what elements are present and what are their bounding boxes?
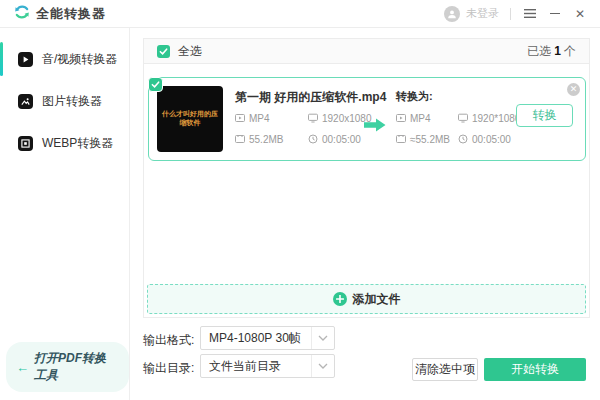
minimize-button[interactable] [547, 6, 563, 22]
main-area: 全选 已选1个 什么才叫好用的压缩软件 第一期 好用的压缩软件.mp4 MP4 [130, 28, 600, 400]
output-dir-label: 输出目录: [143, 360, 194, 377]
convert-button[interactable]: 转换 [516, 104, 573, 127]
select-all-label: 全选 [178, 43, 202, 60]
target-format: MP4 [396, 111, 458, 125]
format-icon [396, 113, 406, 123]
format-icon [235, 113, 245, 123]
sidebar-item-audio-video-converter[interactable]: 音/视频转换器 [0, 38, 129, 80]
titlebar-divider [510, 8, 511, 20]
open-pdf-tool-label: 打开PDF转换工具 [34, 350, 115, 384]
login-status: 未登录 [466, 6, 499, 21]
hamburger-icon [524, 9, 536, 18]
open-pdf-tool-button[interactable]: ← 打开PDF转换工具 [6, 342, 129, 392]
source-format: MP4 [235, 111, 308, 125]
source-resolution: 1920x1080 [308, 111, 372, 125]
webp-converter-icon [18, 136, 33, 151]
target-size: ≈55.2MB [396, 132, 458, 146]
sidebar: 音/视频转换器 图片转换器 WEBP转换器 [0, 28, 130, 400]
arrow-left-icon: ← [16, 360, 29, 375]
video-converter-icon [18, 52, 33, 67]
menu-button[interactable] [522, 6, 538, 22]
resolution-icon [308, 113, 318, 123]
output-dir-value: 文件当前目录 [201, 358, 311, 375]
file-name: 第一期 好用的压缩软件.mp4 [235, 89, 386, 106]
file-list-panel: 全选 已选1个 什么才叫好用的压缩软件 第一期 好用的压缩软件.mp4 MP4 [143, 38, 590, 318]
close-button[interactable]: ✕ [572, 6, 588, 22]
app-logo-icon [14, 4, 30, 24]
start-convert-button[interactable]: 开始转换 [484, 358, 586, 381]
app-title: 全能转换器 [36, 5, 106, 23]
brand: 全能转换器 [0, 4, 106, 24]
chevron-down-icon [311, 327, 334, 349]
close-icon: ✕ [575, 7, 585, 21]
source-duration: 00:05:00 [308, 132, 372, 146]
source-size: 55.2MB [235, 132, 308, 146]
source-details: MP4 55.2MB 1920x1080 00:05:00 [235, 111, 372, 146]
file-card: 什么才叫好用的压缩软件 第一期 好用的压缩软件.mp4 MP4 55.2MB 1… [148, 77, 586, 161]
app-window: 全能转换器 未登录 ✕ [0, 0, 600, 400]
target-duration: 00:05:00 [458, 132, 520, 146]
target-details: MP4 ≈55.2MB 1920*1080 00:05:00 [396, 111, 520, 146]
sidebar-item-label: 音/视频转换器 [42, 51, 117, 68]
size-icon [235, 134, 245, 144]
minimize-icon [550, 13, 560, 15]
convert-arrow-icon [364, 118, 386, 136]
file-checkbox[interactable] [148, 77, 163, 92]
size-icon [396, 134, 406, 144]
duration-icon [308, 134, 318, 144]
avatar-icon [444, 6, 460, 22]
sidebar-item-label: 图片转换器 [42, 93, 102, 110]
remove-file-button[interactable]: ✕ [567, 83, 580, 96]
list-header: 全选 已选1个 [144, 39, 589, 64]
output-dir-select[interactable]: 文件当前目录 [200, 354, 335, 378]
convert-to-label: 转换为: [396, 89, 433, 104]
titlebar: 全能转换器 未登录 ✕ [0, 0, 600, 28]
output-format-value: MP4-1080P 30帧 [201, 330, 311, 347]
plus-icon [333, 292, 347, 306]
selected-count: 已选1个 [527, 43, 576, 60]
output-format-label: 输出格式: [143, 332, 194, 349]
file-thumbnail: 什么才叫好用的压缩软件 [157, 86, 223, 152]
sidebar-item-label: WEBP转换器 [42, 135, 113, 152]
user-login-area[interactable]: 未登录 [444, 6, 499, 22]
chevron-down-icon [311, 355, 334, 377]
resolution-icon [458, 113, 468, 123]
sidebar-item-image-converter[interactable]: 图片转换器 [0, 80, 129, 122]
add-files-label: 添加文件 [353, 291, 401, 308]
duration-icon [458, 134, 468, 144]
thumbnail-text: 什么才叫好用的压缩软件 [157, 110, 223, 128]
sidebar-item-webp-converter[interactable]: WEBP转换器 [0, 122, 129, 164]
select-all-checkbox[interactable] [157, 45, 170, 58]
image-converter-icon [18, 94, 33, 109]
target-resolution: 1920*1080 [458, 111, 520, 125]
add-files-button[interactable]: 添加文件 [147, 284, 586, 314]
clear-selected-button[interactable]: 清除选中项 [412, 358, 478, 381]
output-format-select[interactable]: MP4-1080P 30帧 [200, 326, 335, 350]
